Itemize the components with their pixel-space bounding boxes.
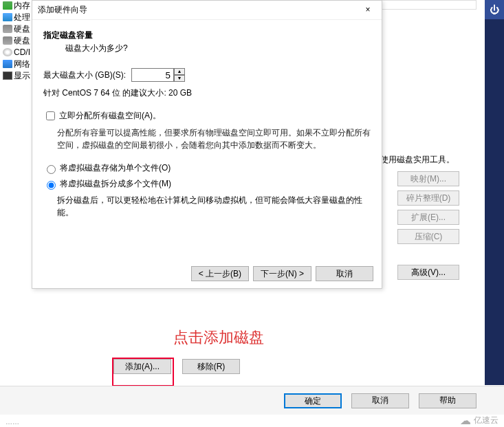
allocate-now-checkbox[interactable] [46, 111, 55, 120]
panel-box [380, 0, 476, 10]
max-size-input[interactable] [131, 68, 174, 82]
wizard-step-heading: 指定磁盘容量 [43, 30, 371, 41]
disk-icon [3, 36, 12, 45]
hw-label: CD/I [14, 47, 30, 57]
next-button[interactable]: 下一步(N) > [253, 266, 311, 281]
hw-label: 处理 [14, 12, 30, 23]
cpu-icon [3, 13, 12, 21]
remove-button[interactable]: 移除(R) [182, 359, 240, 374]
hw-item-disk2[interactable]: 硬盘 [0, 35, 33, 46]
hw-item-cpu[interactable]: 处理 [0, 12, 33, 23]
power-icon[interactable]: ⏻ [485, 0, 504, 19]
ok-button[interactable]: 确定 [284, 393, 342, 408]
wizard-footer: < 上一步(B) 下一步(N) > 取消 [191, 266, 373, 281]
hw-label: 显示 [14, 70, 30, 82]
watermark-text: 亿速云 [474, 415, 498, 426]
compress-button[interactable]: 压缩(C) [397, 229, 459, 244]
hw-item-display[interactable]: 显示 [0, 70, 33, 81]
display-icon [3, 72, 12, 80]
advanced-button[interactable]: 高级(V)... [397, 265, 459, 280]
disk-icon [3, 25, 12, 33]
footer-hint: …… [6, 418, 19, 426]
hw-item-network[interactable]: 网络 [0, 58, 33, 69]
help-button[interactable]: 帮助 [419, 393, 476, 408]
cd-icon [3, 48, 12, 56]
map-button[interactable]: 映射(M)... [397, 171, 459, 186]
hardware-list-sidebar: 内存 处理 硬盘 硬盘 CD/I 网络 显示 [0, 0, 33, 89]
window-right-strip [485, 0, 504, 385]
dialog-title-text: 添加硬件向导 [38, 4, 87, 16]
hw-item-memory[interactable]: 内存 [0, 0, 33, 11]
defrag-button[interactable]: 碎片整理(D) [397, 190, 459, 206]
allocate-help-text: 分配所有容量可以提高性能，但要求所有物理磁盘空间立即可用。如果不立即分配所有空间… [57, 127, 371, 151]
network-icon [3, 60, 12, 68]
dialog-titlebar: 添加硬件向导 × [32, 1, 382, 20]
single-file-label: 将虚拟磁盘存储为单个文件(O) [60, 162, 171, 174]
multi-file-label: 将虚拟磁盘拆分成多个文件(M) [60, 178, 171, 190]
spinner-up-icon[interactable]: ▲ [174, 68, 185, 75]
hw-label: 硬盘 [14, 35, 30, 47]
wizard-step-subheading: 磁盘大小为多少? [65, 43, 371, 54]
multi-file-radio[interactable] [47, 181, 56, 190]
hw-label: 硬盘 [14, 23, 30, 35]
hw-item-disk1[interactable]: 硬盘 [0, 23, 33, 34]
cancel-button[interactable]: 取消 [316, 266, 373, 281]
spinner-down-icon[interactable]: ▼ [174, 75, 185, 82]
settings-bottom-bar: 确定 取消 帮助 [0, 386, 504, 415]
allocate-now-label: 立即分配所有磁盘空间(A)。 [59, 110, 161, 122]
back-button[interactable]: < 上一步(B) [191, 266, 249, 281]
memory-icon [3, 1, 12, 10]
annotation-text: 点击添加磁盘 [173, 327, 264, 348]
cloud-icon: ☁ [460, 414, 471, 427]
expand-button[interactable]: 扩展(E)... [397, 210, 459, 225]
hw-label: 网络 [14, 58, 30, 70]
recommended-size-text: 针对 CentOS 7 64 位 的建议大小: 20 GB [43, 87, 371, 99]
disk-utility-panel: 使用磁盘实用工具。 映射(M)... 碎片整理(D) 扩展(E)... 压缩(C… [380, 0, 476, 284]
multi-file-help-text: 拆分磁盘后，可以更轻松地在计算机之间移动虚拟机，但可能会降低大容量磁盘的性能。 [57, 194, 371, 219]
add-hardware-wizard-dialog: 添加硬件向导 × 指定磁盘容量 磁盘大小为多少? 最大磁盘大小 (GB)(S):… [32, 0, 382, 289]
disk-utility-label: 使用磁盘实用工具。 [380, 154, 476, 166]
max-size-spinner[interactable]: ▲ ▼ [131, 68, 185, 82]
hw-item-cd[interactable]: CD/I [0, 47, 33, 58]
close-button[interactable]: × [360, 3, 376, 17]
cancel-settings-button[interactable]: 取消 [351, 393, 409, 408]
watermark: ☁ 亿速云 [460, 414, 498, 427]
hw-label: 内存 [14, 0, 30, 12]
annotation-highlight-box [112, 358, 174, 386]
max-size-label: 最大磁盘大小 (GB)(S): [43, 69, 126, 81]
single-file-radio[interactable] [47, 165, 56, 174]
